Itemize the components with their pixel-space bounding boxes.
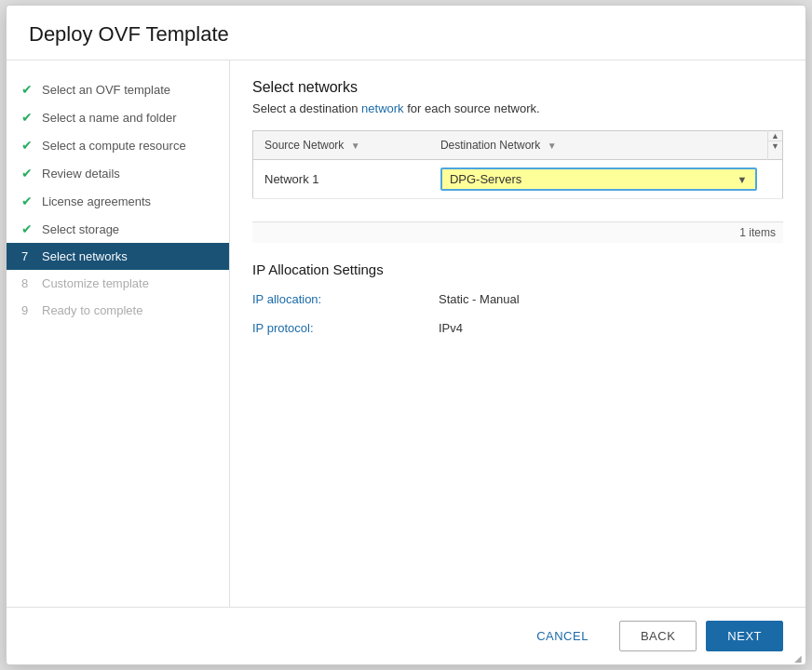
- ip-settings-title: IP Allocation Settings: [252, 261, 783, 277]
- dialog-footer: CANCEL BACK NEXT: [7, 607, 805, 664]
- sidebar-label-step2: Select a name and folder: [42, 111, 177, 125]
- sidebar-item-step1[interactable]: ✔ Select an OVF template: [7, 75, 229, 103]
- sidebar-label-step9: Ready to complete: [42, 303, 142, 317]
- main-content: Select networks Select a destination net…: [230, 60, 805, 607]
- scroll-up-button[interactable]: ▲: [768, 131, 782, 141]
- sidebar-label-step8: Customize template: [42, 276, 149, 290]
- sidebar-label-step3: Select a compute resource: [42, 139, 186, 153]
- check-icon-step2: ✔: [21, 110, 36, 125]
- scroll-buttons: ▲ ▼: [768, 131, 782, 151]
- scroll-down-button[interactable]: ▼: [768, 141, 782, 151]
- back-button[interactable]: BACK: [619, 621, 697, 651]
- check-icon-step1: ✔: [21, 82, 36, 97]
- ip-protocol-label: IP protocol:: [252, 321, 439, 335]
- sidebar-item-step9: 9 Ready to complete: [7, 297, 229, 324]
- dialog-title: Deploy OVF Template: [7, 6, 805, 60]
- sidebar-item-step8: 8 Customize template: [7, 270, 229, 297]
- section-desc-link[interactable]: network: [361, 101, 404, 115]
- section-desc: Select a destination network for each so…: [252, 101, 783, 115]
- sidebar-label-step6: Select storage: [42, 222, 119, 236]
- sidebar-item-step7[interactable]: 7 Select networks: [7, 243, 229, 270]
- sidebar-item-step5[interactable]: ✔ License agreements: [7, 187, 229, 215]
- check-icon-step6: ✔: [21, 221, 36, 236]
- sidebar-label-step4: Review details: [42, 167, 120, 181]
- ip-allocation-value: Static - Manual: [439, 292, 520, 306]
- section-desc-suffix: for each source network.: [404, 101, 540, 115]
- network-table: Source Network ▼ Destination Network ▼ ▲…: [252, 130, 783, 199]
- destination-select-dropdown[interactable]: DPG-Servers ▼: [440, 168, 757, 191]
- cancel-button[interactable]: CANCEL: [515, 621, 610, 651]
- deploy-ovf-dialog: Deploy OVF Template ✔ Select an OVF temp…: [6, 5, 806, 665]
- sidebar: ✔ Select an OVF template ✔ Select a name…: [7, 60, 230, 607]
- sidebar-item-step3[interactable]: ✔ Select a compute resource: [7, 131, 229, 159]
- step-num-step9: 9: [21, 303, 36, 317]
- table-row: Network 1 DPG-Servers ▼: [253, 160, 783, 199]
- sidebar-item-step6[interactable]: ✔ Select storage: [7, 215, 229, 243]
- resize-handle[interactable]: ◢: [794, 653, 804, 663]
- check-icon-step5: ✔: [21, 194, 36, 208]
- ip-allocation-section: IP Allocation Settings IP allocation: St…: [252, 261, 783, 335]
- check-icon-step3: ✔: [21, 138, 36, 153]
- sidebar-label-step1: Select an OVF template: [42, 83, 170, 97]
- items-count: 1 items: [739, 226, 776, 239]
- ip-allocation-row: IP allocation: Static - Manual: [252, 292, 783, 306]
- step-num-step8: 8: [21, 276, 36, 290]
- col-destination-header: Destination Network ▼: [429, 131, 768, 160]
- ip-allocation-label: IP allocation:: [252, 292, 439, 306]
- section-title: Select networks: [252, 79, 783, 96]
- scrollbar-column: ▲ ▼: [768, 131, 783, 160]
- source-network-cell: Network 1: [253, 160, 429, 199]
- destination-filter-icon[interactable]: ▼: [548, 141, 557, 151]
- step-num-step7: 7: [21, 249, 36, 263]
- sidebar-label-step7: Select networks: [42, 249, 128, 263]
- sidebar-item-step2[interactable]: ✔ Select a name and folder: [7, 103, 229, 131]
- table-footer: 1 items: [252, 221, 783, 243]
- check-icon-step4: ✔: [21, 166, 36, 181]
- ip-protocol-row: IP protocol: IPv4: [252, 321, 783, 335]
- destination-select-value: DPG-Servers: [450, 172, 521, 186]
- source-filter-icon[interactable]: ▼: [351, 141, 360, 151]
- next-button[interactable]: NEXT: [706, 621, 783, 651]
- col-source-header: Source Network ▼: [253, 131, 429, 160]
- ip-protocol-value: IPv4: [439, 321, 463, 335]
- sidebar-item-step4[interactable]: ✔ Review details: [7, 159, 229, 187]
- chevron-down-icon: ▼: [738, 174, 748, 185]
- sidebar-label-step5: License agreements: [42, 194, 151, 208]
- destination-network-cell: DPG-Servers ▼: [429, 160, 768, 199]
- dialog-body: ✔ Select an OVF template ✔ Select a name…: [7, 60, 805, 607]
- section-desc-prefix: Select a destination: [252, 101, 361, 115]
